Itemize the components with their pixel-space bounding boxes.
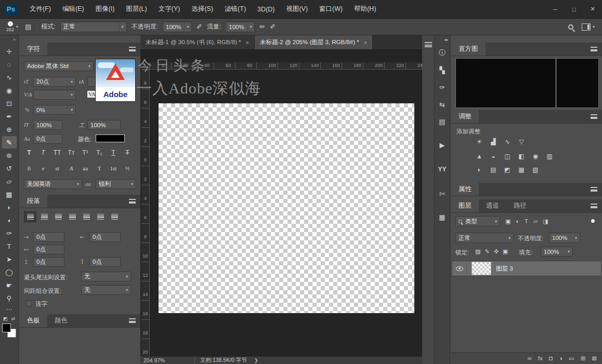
pen-tool[interactable]: ✑ bbox=[2, 227, 17, 239]
minimize-button[interactable]: ─ bbox=[546, 0, 565, 18]
panel-menu-icon[interactable] bbox=[129, 47, 136, 51]
justify-last-center-button[interactable] bbox=[80, 211, 93, 222]
right-indent-field[interactable]: 0点 bbox=[89, 232, 121, 242]
tab-layers[interactable]: 图层 bbox=[451, 199, 479, 212]
new-adjustment-layer-icon[interactable]: ◑ bbox=[559, 355, 562, 361]
collapsed-panel-icon[interactable] bbox=[425, 42, 432, 47]
panel-menu-icon[interactable] bbox=[129, 199, 136, 204]
marquee-tool[interactable]: ◌ bbox=[2, 58, 17, 71]
black-white-icon[interactable]: ◧ bbox=[516, 152, 527, 161]
faux-bold-button[interactable]: T bbox=[23, 147, 35, 157]
brush-panel-toggle-icon[interactable]: ▤ bbox=[25, 23, 31, 31]
layer-visibility-cell[interactable] bbox=[452, 261, 467, 276]
justify-last-right-button[interactable] bbox=[94, 211, 107, 222]
restore-button[interactable]: □ bbox=[565, 0, 583, 18]
panel-menu-icon[interactable] bbox=[591, 187, 597, 192]
menu-image[interactable]: 图像(I) bbox=[90, 0, 121, 18]
lock-transparency-icon[interactable]: ▨ bbox=[475, 248, 480, 255]
photo-filter-icon[interactable]: ◉ bbox=[530, 152, 541, 161]
space-after-field[interactable]: 0点 bbox=[89, 257, 121, 267]
menu-window[interactable]: 窗口(W) bbox=[313, 0, 348, 18]
path-selection-tool[interactable]: ➤ bbox=[2, 253, 17, 265]
horizontal-scale-field[interactable]: 100% bbox=[87, 120, 121, 130]
status-expand-icon[interactable]: ❯ bbox=[254, 358, 258, 363]
text-color-swatch[interactable] bbox=[96, 134, 125, 142]
hand-tool[interactable]: ☛ bbox=[2, 279, 17, 291]
faux-italic-button[interactable]: T bbox=[37, 147, 49, 157]
move-tool[interactable]: ✛ bbox=[2, 45, 17, 58]
clone-stamp-tool[interactable]: ⊛ bbox=[2, 149, 17, 161]
layer-thumbnail[interactable] bbox=[472, 262, 491, 275]
filter-toggle-icon[interactable] bbox=[591, 219, 595, 223]
libraries-icon[interactable]: ▤ bbox=[436, 115, 449, 128]
align-center-button[interactable] bbox=[38, 211, 50, 222]
vertical-ruler[interactable]: 86420246810121416182022 bbox=[141, 70, 150, 356]
tab-color[interactable]: 颜色 bbox=[47, 314, 75, 327]
edit-toolbar-icon[interactable]: ⋯ bbox=[6, 306, 12, 313]
filter-shape-layers-icon[interactable]: ▱ bbox=[533, 218, 538, 225]
brush-tool[interactable]: ✎ bbox=[2, 136, 17, 149]
selective-color-icon[interactable]: ▧ bbox=[530, 165, 541, 174]
filter-smart-object-icon[interactable]: ◨ bbox=[543, 218, 548, 225]
baseline-shift-field[interactable]: 0点 bbox=[33, 134, 62, 144]
tab-adjustments[interactable]: 调整 bbox=[451, 110, 479, 123]
zoom-tool[interactable]: ⚲ bbox=[2, 292, 17, 304]
clone-source-icon[interactable]: ⇆ bbox=[436, 98, 449, 111]
brightness-contrast-icon[interactable]: ☀ bbox=[474, 137, 485, 146]
eyedropper-tool[interactable]: ✒ bbox=[2, 110, 17, 123]
flow-select[interactable]: 100% ▾ bbox=[226, 22, 255, 32]
proportional-spacing-select[interactable]: 0% ▾ bbox=[33, 105, 76, 115]
standard-ligatures-button[interactable]: fi bbox=[23, 163, 35, 173]
kinsoku-select[interactable]: 无 ▾ bbox=[81, 272, 131, 281]
new-layer-icon[interactable]: ⊞ bbox=[581, 355, 586, 362]
stylistic-alternates-button[interactable]: aa bbox=[79, 163, 91, 173]
swash-button[interactable]: A bbox=[65, 163, 77, 173]
filter-adjustment-layers-icon[interactable]: ◐ bbox=[516, 218, 519, 225]
menu-type[interactable]: 文字(Y) bbox=[153, 0, 186, 18]
pressure-size-icon[interactable]: ✐ bbox=[270, 23, 276, 31]
kerning-select[interactable]: ▾ bbox=[33, 90, 76, 100]
toolbox-collapse-icon[interactable]: » bbox=[13, 37, 16, 42]
panel-menu-icon[interactable] bbox=[591, 204, 597, 208]
tab-paths[interactable]: 路径 bbox=[506, 199, 534, 212]
menu-edit[interactable]: 编辑(E) bbox=[57, 0, 90, 18]
canvas-transparent-layer[interactable] bbox=[159, 103, 414, 313]
lock-pixels-icon[interactable]: ✎ bbox=[485, 248, 489, 255]
discretionary-ligatures-button[interactable]: st bbox=[51, 163, 63, 173]
dock-collapse-icon[interactable]: ◂◂ bbox=[444, 37, 447, 42]
add-mask-icon[interactable]: ◘ bbox=[549, 355, 553, 361]
underline-button[interactable]: T bbox=[107, 147, 120, 157]
exposure-icon[interactable]: ▽ bbox=[516, 137, 527, 146]
justify-last-left-button[interactable] bbox=[66, 211, 78, 222]
close-icon[interactable]: × bbox=[364, 39, 367, 46]
ordinals-button[interactable]: 1st bbox=[107, 163, 120, 173]
blur-tool[interactable]: ◗ bbox=[2, 201, 17, 213]
layer-opacity-select[interactable]: 100% ▾ bbox=[549, 233, 580, 243]
levels-icon[interactable]: ▟ bbox=[488, 137, 499, 146]
threshold-icon[interactable]: ◩ bbox=[502, 165, 513, 174]
filter-type-layers-icon[interactable]: T bbox=[525, 218, 528, 225]
vibrance-icon[interactable]: ▲ bbox=[474, 152, 485, 161]
menu-select[interactable]: 选择(S) bbox=[186, 0, 219, 18]
all-caps-button[interactable]: TT bbox=[51, 147, 63, 157]
pressure-opacity-icon[interactable]: ✐ bbox=[197, 23, 202, 31]
layer-blend-mode-select[interactable]: 正常 ▾ bbox=[455, 233, 514, 243]
align-right-button[interactable] bbox=[52, 211, 64, 222]
default-colors-icon[interactable]: ◩ bbox=[3, 316, 8, 321]
menu-help[interactable]: 帮助(H) bbox=[348, 0, 382, 18]
filter-pixel-layers-icon[interactable]: ▣ bbox=[505, 218, 511, 225]
workspace-switcher[interactable]: ▾ bbox=[582, 23, 595, 31]
shape-tool[interactable]: ◯ bbox=[2, 266, 17, 278]
tab-channels[interactable]: 通道 bbox=[479, 199, 506, 212]
color-balance-icon[interactable]: ◫ bbox=[502, 152, 513, 161]
vertical-scale-field[interactable]: 100% bbox=[33, 120, 62, 130]
swap-colors-icon[interactable]: ⇄ bbox=[11, 316, 15, 321]
curves-icon[interactable]: ∿ bbox=[502, 137, 513, 146]
new-group-icon[interactable]: ▭ bbox=[569, 355, 574, 362]
align-left-button[interactable] bbox=[24, 211, 36, 222]
glyphs-icon[interactable]: YY bbox=[436, 163, 449, 176]
notes-icon[interactable]: ✄ bbox=[436, 187, 449, 200]
space-before-field[interactable]: 0点 bbox=[33, 257, 64, 267]
link-layers-icon[interactable]: ∞ bbox=[528, 355, 532, 361]
menu-layer[interactable]: 图层(L) bbox=[120, 0, 152, 18]
